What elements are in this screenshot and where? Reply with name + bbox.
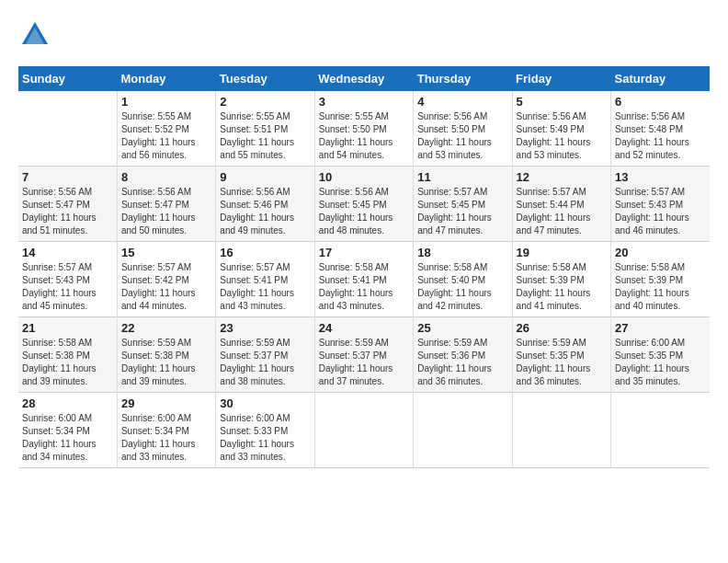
day-info: Sunrise: 5:56 AMSunset: 5:49 PMDaylight:… bbox=[517, 110, 607, 162]
day-info: Sunrise: 5:55 AMSunset: 5:51 PMDaylight:… bbox=[220, 110, 310, 162]
calendar-cell: 27Sunrise: 6:00 AMSunset: 5:35 PMDayligh… bbox=[611, 317, 710, 393]
day-number: 17 bbox=[319, 246, 409, 259]
day-info: Sunrise: 5:57 AMSunset: 5:43 PMDaylight:… bbox=[22, 261, 113, 313]
day-number: 29 bbox=[121, 396, 211, 410]
day-number: 28 bbox=[22, 396, 113, 410]
calendar-cell: 24Sunrise: 5:59 AMSunset: 5:37 PMDayligh… bbox=[314, 317, 413, 393]
calendar-cell: 8Sunrise: 5:56 AMSunset: 5:47 PMDaylight… bbox=[117, 167, 215, 242]
day-number: 7 bbox=[22, 170, 113, 184]
logo-icon bbox=[18, 18, 51, 52]
calendar-cell: 5Sunrise: 5:56 AMSunset: 5:49 PMDaylight… bbox=[512, 91, 610, 167]
day-number: 12 bbox=[517, 170, 607, 184]
calendar-cell: 17Sunrise: 5:58 AMSunset: 5:41 PMDayligh… bbox=[314, 242, 413, 317]
day-number: 24 bbox=[319, 321, 409, 335]
day-number: 18 bbox=[417, 246, 507, 259]
calendar-cell bbox=[512, 393, 610, 468]
day-number: 15 bbox=[121, 246, 211, 259]
weekday-thursday: Thursday bbox=[414, 66, 512, 91]
calendar-body: 1Sunrise: 5:55 AMSunset: 5:52 PMDaylight… bbox=[18, 91, 710, 468]
day-info: Sunrise: 5:56 AMSunset: 5:45 PMDaylight:… bbox=[319, 186, 409, 237]
calendar-cell: 28Sunrise: 6:00 AMSunset: 5:34 PMDayligh… bbox=[18, 393, 117, 468]
calendar-cell: 7Sunrise: 5:56 AMSunset: 5:47 PMDaylight… bbox=[18, 167, 117, 242]
day-number: 21 bbox=[22, 321, 113, 335]
calendar-cell: 11Sunrise: 5:57 AMSunset: 5:45 PMDayligh… bbox=[414, 167, 512, 242]
day-number: 1 bbox=[121, 95, 211, 109]
calendar-cell: 19Sunrise: 5:58 AMSunset: 5:39 PMDayligh… bbox=[512, 242, 610, 317]
day-number: 8 bbox=[121, 170, 211, 184]
calendar-cell: 3Sunrise: 5:55 AMSunset: 5:50 PMDaylight… bbox=[314, 91, 413, 167]
calendar-cell: 6Sunrise: 5:56 AMSunset: 5:48 PMDaylight… bbox=[611, 91, 710, 167]
day-info: Sunrise: 5:57 AMSunset: 5:44 PMDaylight:… bbox=[517, 186, 607, 237]
day-number: 22 bbox=[121, 321, 211, 335]
day-info: Sunrise: 5:58 AMSunset: 5:38 PMDaylight:… bbox=[22, 337, 113, 388]
day-number: 9 bbox=[220, 170, 310, 184]
day-number: 3 bbox=[319, 95, 409, 109]
day-number: 30 bbox=[220, 396, 310, 410]
calendar-cell bbox=[314, 393, 413, 468]
day-info: Sunrise: 5:58 AMSunset: 5:39 PMDaylight:… bbox=[517, 261, 607, 313]
calendar-cell: 14Sunrise: 5:57 AMSunset: 5:43 PMDayligh… bbox=[18, 242, 117, 317]
day-number: 19 bbox=[517, 246, 607, 259]
calendar-cell: 30Sunrise: 6:00 AMSunset: 5:33 PMDayligh… bbox=[216, 393, 314, 468]
calendar-table: SundayMondayTuesdayWednesdayThursdayFrid… bbox=[18, 66, 710, 468]
week-row-3: 21Sunrise: 5:58 AMSunset: 5:38 PMDayligh… bbox=[18, 317, 710, 393]
day-number: 26 bbox=[517, 321, 607, 335]
day-info: Sunrise: 5:56 AMSunset: 5:47 PMDaylight:… bbox=[22, 186, 113, 237]
day-info: Sunrise: 5:56 AMSunset: 5:46 PMDaylight:… bbox=[220, 186, 310, 237]
day-info: Sunrise: 6:00 AMSunset: 5:35 PMDaylight:… bbox=[615, 337, 706, 388]
weekday-friday: Friday bbox=[512, 66, 610, 91]
logo bbox=[18, 18, 57, 52]
calendar-cell: 25Sunrise: 5:59 AMSunset: 5:36 PMDayligh… bbox=[414, 317, 512, 393]
day-number: 16 bbox=[220, 246, 310, 259]
calendar-cell: 13Sunrise: 5:57 AMSunset: 5:43 PMDayligh… bbox=[611, 167, 710, 242]
day-info: Sunrise: 5:56 AMSunset: 5:47 PMDaylight:… bbox=[121, 186, 211, 237]
weekday-wednesday: Wednesday bbox=[314, 66, 413, 91]
day-number: 14 bbox=[22, 246, 113, 259]
weekday-sunday: Sunday bbox=[18, 66, 117, 91]
weekday-row: SundayMondayTuesdayWednesdayThursdayFrid… bbox=[18, 66, 710, 91]
day-number: 25 bbox=[417, 321, 507, 335]
day-info: Sunrise: 5:58 AMSunset: 5:39 PMDaylight:… bbox=[615, 261, 706, 313]
day-info: Sunrise: 5:58 AMSunset: 5:40 PMDaylight:… bbox=[417, 261, 507, 313]
calendar-header: SundayMondayTuesdayWednesdayThursdayFrid… bbox=[18, 66, 710, 91]
day-number: 4 bbox=[417, 95, 507, 109]
day-number: 5 bbox=[517, 95, 607, 109]
week-row-0: 1Sunrise: 5:55 AMSunset: 5:52 PMDaylight… bbox=[18, 91, 710, 167]
day-number: 20 bbox=[615, 246, 706, 259]
day-info: Sunrise: 5:59 AMSunset: 5:38 PMDaylight:… bbox=[121, 337, 211, 388]
calendar-cell: 10Sunrise: 5:56 AMSunset: 5:45 PMDayligh… bbox=[314, 167, 413, 242]
calendar-cell: 15Sunrise: 5:57 AMSunset: 5:42 PMDayligh… bbox=[117, 242, 215, 317]
day-info: Sunrise: 5:59 AMSunset: 5:37 PMDaylight:… bbox=[220, 337, 310, 388]
calendar-cell: 2Sunrise: 5:55 AMSunset: 5:51 PMDaylight… bbox=[216, 91, 314, 167]
day-number: 11 bbox=[417, 170, 507, 184]
calendar-cell: 23Sunrise: 5:59 AMSunset: 5:37 PMDayligh… bbox=[216, 317, 314, 393]
day-number: 10 bbox=[319, 170, 409, 184]
day-info: Sunrise: 5:57 AMSunset: 5:41 PMDaylight:… bbox=[220, 261, 310, 313]
day-info: Sunrise: 5:59 AMSunset: 5:37 PMDaylight:… bbox=[319, 337, 409, 388]
calendar-cell: 12Sunrise: 5:57 AMSunset: 5:44 PMDayligh… bbox=[512, 167, 610, 242]
calendar-cell: 22Sunrise: 5:59 AMSunset: 5:38 PMDayligh… bbox=[117, 317, 215, 393]
day-info: Sunrise: 5:57 AMSunset: 5:43 PMDaylight:… bbox=[615, 186, 706, 237]
calendar-cell: 1Sunrise: 5:55 AMSunset: 5:52 PMDaylight… bbox=[117, 91, 215, 167]
day-number: 27 bbox=[615, 321, 706, 335]
day-number: 23 bbox=[220, 321, 310, 335]
calendar-cell: 20Sunrise: 5:58 AMSunset: 5:39 PMDayligh… bbox=[611, 242, 710, 317]
day-number: 2 bbox=[220, 95, 310, 109]
day-info: Sunrise: 5:57 AMSunset: 5:42 PMDaylight:… bbox=[121, 261, 211, 313]
calendar-cell: 29Sunrise: 6:00 AMSunset: 5:34 PMDayligh… bbox=[117, 393, 215, 468]
day-info: Sunrise: 6:00 AMSunset: 5:34 PMDaylight:… bbox=[22, 412, 113, 464]
calendar-cell: 4Sunrise: 5:56 AMSunset: 5:50 PMDaylight… bbox=[414, 91, 512, 167]
weekday-tuesday: Tuesday bbox=[216, 66, 314, 91]
day-info: Sunrise: 6:00 AMSunset: 5:34 PMDaylight:… bbox=[121, 412, 211, 464]
calendar-cell bbox=[414, 393, 512, 468]
calendar-cell: 21Sunrise: 5:58 AMSunset: 5:38 PMDayligh… bbox=[18, 317, 117, 393]
calendar-cell bbox=[611, 393, 710, 468]
week-row-2: 14Sunrise: 5:57 AMSunset: 5:43 PMDayligh… bbox=[18, 242, 710, 317]
page-header bbox=[18, 18, 710, 52]
calendar-cell: 16Sunrise: 5:57 AMSunset: 5:41 PMDayligh… bbox=[216, 242, 314, 317]
day-number: 13 bbox=[615, 170, 706, 184]
day-info: Sunrise: 5:59 AMSunset: 5:35 PMDaylight:… bbox=[517, 337, 607, 388]
calendar-cell: 26Sunrise: 5:59 AMSunset: 5:35 PMDayligh… bbox=[512, 317, 610, 393]
week-row-1: 7Sunrise: 5:56 AMSunset: 5:47 PMDaylight… bbox=[18, 167, 710, 242]
weekday-monday: Monday bbox=[117, 66, 215, 91]
